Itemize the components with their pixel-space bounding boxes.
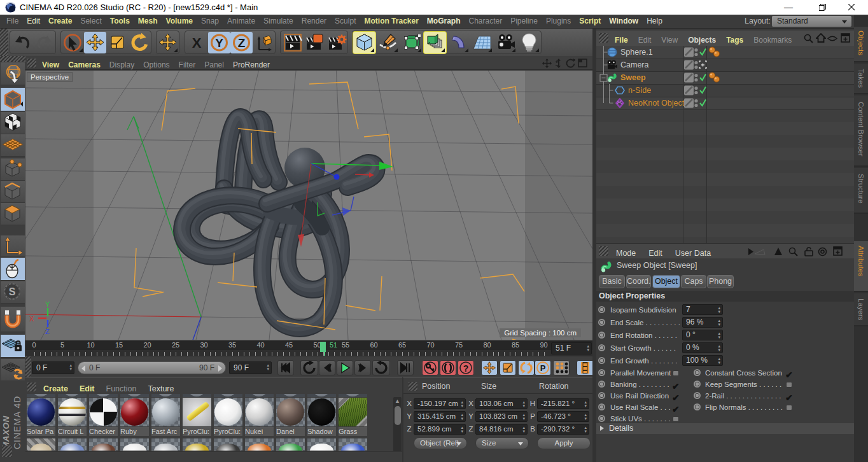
svg-text:P: P [540,363,546,373]
svg-text:?: ? [463,363,469,374]
svg-text:Y: Y [215,36,223,50]
svg-text:Z: Z [45,328,50,335]
svg-text:S: S [9,286,16,297]
svg-text:Y: Y [45,300,50,308]
svg-text:X: X [29,315,34,323]
svg-text:X: X [192,35,202,51]
svg-text:Z: Z [238,36,246,50]
